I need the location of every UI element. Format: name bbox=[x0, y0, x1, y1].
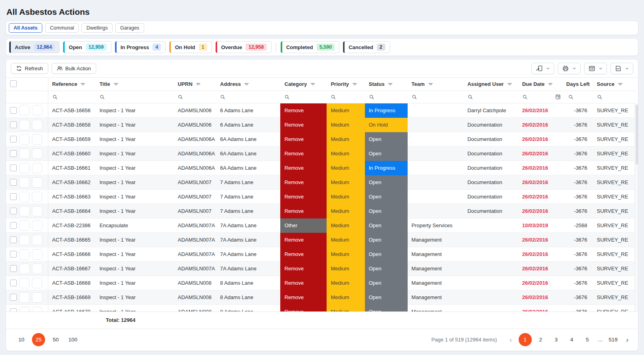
open-property-button[interactable] bbox=[32, 235, 42, 245]
column-header-uprn[interactable]: UPRN bbox=[174, 78, 216, 91]
header-filter-icon[interactable] bbox=[548, 82, 553, 86]
open-property-button[interactable] bbox=[32, 134, 42, 145]
header-filter-icon[interactable] bbox=[352, 82, 357, 86]
code-export-button[interactable] bbox=[584, 63, 607, 74]
open-property-button[interactable] bbox=[32, 149, 42, 159]
filter-cell-address[interactable] bbox=[216, 91, 280, 103]
page-number-5[interactable]: 5 bbox=[581, 333, 594, 346]
filter-cell-priority[interactable] bbox=[327, 91, 365, 103]
row-checkbox[interactable] bbox=[10, 179, 17, 186]
view-details-button[interactable] bbox=[19, 307, 30, 311]
view-details-button[interactable] bbox=[19, 134, 30, 145]
view-details-button[interactable] bbox=[19, 264, 30, 274]
tab-dwellings[interactable]: Dwellings bbox=[81, 23, 113, 33]
search-icon[interactable] bbox=[52, 94, 58, 100]
page-number-3[interactable]: 3 bbox=[550, 333, 563, 346]
column-header-priority[interactable]: Priority bbox=[327, 78, 365, 91]
header-filter-icon[interactable] bbox=[507, 82, 512, 86]
status-filter-in-progress[interactable]: In Progress4 bbox=[115, 41, 166, 53]
open-property-button[interactable] bbox=[32, 220, 42, 231]
row-checkbox[interactable] bbox=[10, 150, 17, 157]
header-filter-icon[interactable] bbox=[618, 82, 623, 86]
open-property-button[interactable] bbox=[32, 206, 42, 216]
page-number-519[interactable]: 519 bbox=[606, 333, 620, 346]
page-number-4[interactable]: 4 bbox=[565, 333, 579, 346]
tab-garages[interactable]: Garages bbox=[115, 23, 144, 33]
row-checkbox[interactable] bbox=[10, 121, 17, 128]
view-details-button[interactable] bbox=[19, 192, 30, 202]
column-header-address[interactable]: Address bbox=[216, 78, 280, 91]
column-header-assigned_user[interactable]: Assigned User bbox=[464, 78, 518, 91]
view-details-button[interactable] bbox=[19, 235, 30, 245]
status-filter-active[interactable]: Active12,964 bbox=[9, 41, 59, 53]
tab-communal[interactable]: Communal bbox=[45, 23, 79, 33]
filter-cell-days_left[interactable] bbox=[564, 91, 593, 103]
page-size-50[interactable]: 50 bbox=[49, 333, 62, 346]
search-icon[interactable] bbox=[597, 94, 602, 100]
search-icon[interactable] bbox=[331, 94, 336, 100]
row-checkbox[interactable] bbox=[10, 251, 17, 258]
page-number-1[interactable]: 1 bbox=[519, 333, 532, 346]
view-details-button[interactable] bbox=[19, 249, 30, 260]
column-header-category[interactable]: Category bbox=[280, 78, 327, 91]
search-icon[interactable] bbox=[220, 94, 226, 100]
page-size-100[interactable]: 100 bbox=[66, 333, 79, 346]
search-icon[interactable] bbox=[522, 94, 528, 100]
scrollbar-thumb[interactable] bbox=[636, 105, 638, 165]
column-header-days_left[interactable]: Days Left bbox=[564, 78, 593, 91]
open-property-button[interactable] bbox=[32, 292, 42, 303]
column-header-title[interactable]: Title bbox=[95, 78, 174, 91]
open-property-button[interactable] bbox=[32, 177, 42, 188]
calendar-icon[interactable] bbox=[555, 94, 561, 100]
row-checkbox[interactable] bbox=[10, 107, 17, 114]
row-checkbox[interactable] bbox=[10, 280, 17, 286]
page-size-25[interactable]: 25 bbox=[32, 333, 45, 346]
view-details-button[interactable] bbox=[19, 149, 30, 159]
open-property-button[interactable] bbox=[32, 249, 42, 260]
prev-page-button[interactable]: ‹ bbox=[506, 335, 516, 344]
header-filter-icon[interactable] bbox=[244, 82, 249, 86]
view-details-button[interactable] bbox=[19, 278, 30, 288]
open-property-button[interactable] bbox=[32, 163, 42, 173]
filter-cell-status[interactable] bbox=[365, 91, 408, 103]
tab-all-assets[interactable]: All Assets bbox=[9, 23, 42, 33]
search-icon[interactable] bbox=[568, 94, 574, 100]
header-filter-icon[interactable] bbox=[80, 82, 85, 86]
search-icon[interactable] bbox=[412, 94, 417, 100]
column-header-reference[interactable]: Reference bbox=[48, 78, 95, 91]
search-icon[interactable] bbox=[178, 94, 183, 100]
row-checkbox[interactable] bbox=[10, 208, 17, 214]
row-checkbox[interactable] bbox=[10, 236, 17, 243]
view-details-button[interactable] bbox=[19, 177, 30, 188]
print-button[interactable] bbox=[558, 63, 581, 74]
row-checkbox[interactable] bbox=[10, 136, 17, 143]
row-checkbox[interactable] bbox=[10, 265, 17, 272]
status-filter-overdue[interactable]: Overdue12,958 bbox=[216, 41, 271, 53]
search-icon[interactable] bbox=[468, 94, 473, 100]
column-header-due_date[interactable]: Due Date bbox=[518, 78, 564, 91]
refresh-button[interactable]: Refresh bbox=[11, 63, 48, 74]
column-header-source[interactable]: Source bbox=[593, 78, 636, 91]
header-filter-icon[interactable] bbox=[196, 82, 201, 86]
open-property-button[interactable] bbox=[32, 192, 42, 202]
filter-cell-reference[interactable] bbox=[48, 91, 95, 103]
view-details-button[interactable] bbox=[19, 292, 30, 303]
page-number-2[interactable]: 2 bbox=[534, 333, 547, 346]
open-property-button[interactable] bbox=[32, 105, 42, 115]
bulk-action-button[interactable]: Bulk Action bbox=[52, 63, 96, 74]
header-filter-icon[interactable] bbox=[113, 82, 119, 86]
row-checkbox[interactable] bbox=[10, 165, 17, 171]
open-property-button[interactable] bbox=[32, 278, 42, 288]
filter-cell-assigned_user[interactable] bbox=[464, 91, 518, 103]
filter-cell-source[interactable] bbox=[593, 91, 636, 103]
header-filter-icon[interactable] bbox=[428, 82, 433, 86]
view-details-button[interactable] bbox=[19, 206, 30, 216]
row-checkbox[interactable] bbox=[10, 308, 17, 311]
status-filter-cancelled[interactable]: Cancelled2 bbox=[343, 41, 390, 53]
view-details-button[interactable] bbox=[19, 120, 30, 130]
search-icon[interactable] bbox=[369, 94, 375, 100]
column-header-team[interactable]: Team bbox=[408, 78, 464, 91]
filter-cell-category[interactable] bbox=[280, 91, 327, 103]
filter-cell-uprn[interactable] bbox=[174, 91, 216, 103]
view-details-button[interactable] bbox=[19, 163, 30, 173]
